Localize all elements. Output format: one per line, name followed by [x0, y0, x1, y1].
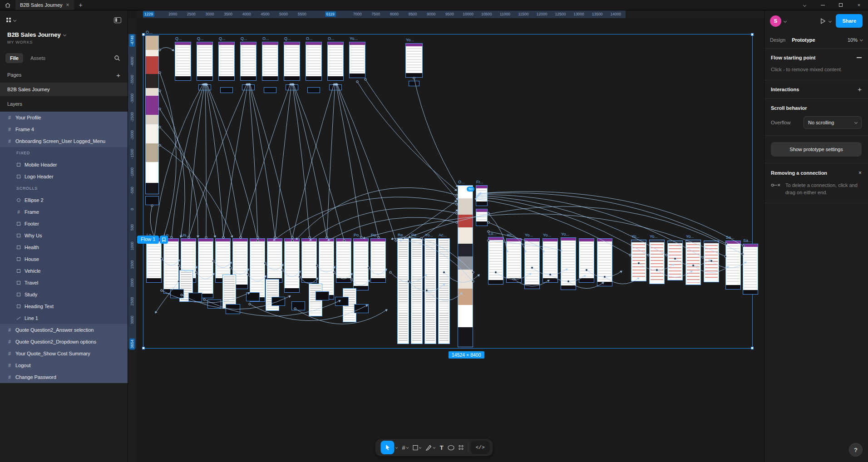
canvas-frame[interactable]: [264, 87, 276, 93]
pen-tool[interactable]: [424, 440, 438, 455]
canvas-frame[interactable]: Yo...: [686, 240, 701, 285]
layer-row[interactable]: #Frame 4: [0, 123, 128, 135]
canvas-frame[interactable]: [291, 301, 305, 310]
canvas-frame[interactable]: [242, 84, 255, 90]
canvas-frame[interactable]: Yo...: [405, 43, 423, 78]
tab-assets[interactable]: Assets: [26, 53, 50, 63]
home-icon[interactable]: [0, 0, 15, 10]
canvas-viewport[interactable]: O...Q...Q...Q...Q...O...Q...O...O...Yo..…: [136, 18, 764, 462]
move-tool[interactable]: [379, 440, 400, 455]
canvas-frame[interactable]: [301, 238, 317, 283]
canvas-frame[interactable]: Q...: [218, 42, 235, 81]
flow-name[interactable]: Flow 1: [137, 236, 159, 244]
canvas-frame[interactable]: [145, 196, 159, 205]
layer-row[interactable]: House: [0, 253, 128, 265]
canvas-frame[interactable]: Yo...: [424, 238, 436, 344]
window-maximize-button[interactable]: [832, 0, 850, 10]
canvas-frame[interactable]: [307, 87, 320, 93]
chevron-down-icon[interactable]: [395, 446, 398, 449]
canvas-frame[interactable]: [354, 304, 369, 313]
flow-bookmark-icon[interactable]: [160, 236, 168, 244]
tab-close-icon[interactable]: ×: [66, 2, 69, 8]
canvas-frame[interactable]: [597, 238, 612, 286]
canvas-frame[interactable]: [198, 238, 213, 298]
add-interaction-button[interactable]: +: [858, 87, 862, 92]
layer-row[interactable]: Footer: [0, 218, 128, 230]
vertical-ruler[interactable]: -4000-3500-3000-2500-2000-1500-1000-5000…: [128, 18, 136, 462]
layer-row[interactable]: Health: [0, 241, 128, 253]
search-icon[interactable]: [114, 55, 120, 61]
actions-tool[interactable]: [457, 440, 466, 455]
layer-row[interactable]: Line 1: [0, 312, 128, 324]
canvas-frame[interactable]: Re...: [397, 238, 409, 344]
canvas-frame[interactable]: [476, 209, 488, 226]
layer-row[interactable]: #Your Profile: [0, 112, 128, 123]
layer-row[interactable]: #Change Password: [0, 371, 128, 383]
layer-row[interactable]: #Frame: [0, 206, 128, 218]
layer-row[interactable]: #Onboarding Screen_User Logged_Menu: [0, 135, 128, 147]
help-button[interactable]: ?: [849, 443, 863, 457]
canvas-frame[interactable]: O...: [145, 35, 159, 194]
layer-row[interactable]: #Your Quote_Show Cost Summary: [0, 348, 128, 359]
canvas-frame[interactable]: [170, 289, 184, 298]
chevron-down-icon[interactable]: [419, 446, 422, 449]
canvas-frame[interactable]: O...: [306, 42, 322, 81]
remove-flow-button[interactable]: [857, 57, 862, 58]
project-title[interactable]: B2B Sales Journey: [7, 31, 61, 38]
zoom-control[interactable]: 10%: [848, 37, 863, 43]
flow-badge[interactable]: Flow 1: [137, 236, 168, 244]
new-tab-button[interactable]: +: [74, 0, 88, 10]
window-minimize-button[interactable]: [814, 0, 832, 10]
canvas-frame[interactable]: [409, 81, 419, 86]
canvas-frame[interactable]: [271, 297, 285, 306]
canvas-frame[interactable]: Yo...: [349, 42, 365, 78]
chevron-down-icon[interactable]: [433, 446, 436, 449]
canvas-frame[interactable]: [246, 292, 260, 301]
window-menu-chevron-icon[interactable]: [795, 0, 814, 10]
overflow-select[interactable]: No scrolling: [804, 116, 862, 129]
canvas-frame[interactable]: [704, 241, 719, 282]
canvas-frame[interactable]: [329, 84, 342, 90]
canvas-frame[interactable]: Sa...: [725, 241, 741, 290]
canvas-frame[interactable]: O...: [327, 42, 344, 81]
layer-row[interactable]: Why Us: [0, 230, 128, 241]
canvas-frame[interactable]: Po...: [370, 238, 386, 283]
tab-file[interactable]: File: [5, 53, 23, 63]
text-tool[interactable]: T: [438, 440, 446, 455]
canvas-frame[interactable]: [284, 238, 300, 293]
canvas-frame[interactable]: Q...: [175, 42, 191, 81]
window-close-button[interactable]: ×: [850, 0, 868, 10]
canvas-frame[interactable]: Ac...: [438, 238, 450, 344]
tab-design[interactable]: Design: [770, 37, 785, 43]
sidebar-toggle-icon[interactable]: [114, 17, 121, 23]
layer-row[interactable]: Heading Text: [0, 300, 128, 312]
layer-row[interactable]: Mobile Header: [0, 159, 128, 171]
canvas-frame[interactable]: [207, 300, 221, 309]
canvas-area[interactable]: 2000250030003500400045005000550070007500…: [128, 10, 764, 462]
chevron-down-icon[interactable]: [406, 446, 409, 449]
canvas-frame[interactable]: [226, 304, 240, 314]
page-item[interactable]: B2B Sales Journey: [0, 83, 128, 96]
canvas-frame[interactable]: [266, 279, 279, 311]
canvas-frame[interactable]: Fr...: [476, 185, 488, 206]
file-tab[interactable]: B2B Sales Journey ×: [15, 0, 74, 10]
canvas-frame[interactable]: [316, 291, 329, 300]
canvas-frame[interactable]: Sa...: [743, 244, 758, 295]
layer-row[interactable]: Ellipse 2: [0, 194, 128, 206]
canvas-frame[interactable]: Q...: [240, 42, 256, 81]
layer-row[interactable]: Travel: [0, 277, 128, 289]
canvas-frame[interactable]: [579, 238, 594, 283]
canvas-frame[interactable]: [222, 275, 236, 309]
canvas-frame[interactable]: [667, 241, 683, 280]
canvas-frame[interactable]: Lo...: [163, 238, 179, 294]
canvas-frame[interactable]: Yo...: [506, 238, 522, 283]
canvas-frame[interactable]: Yo...: [542, 238, 558, 283]
canvas-frame[interactable]: Pa...: [411, 238, 423, 344]
canvas-frame[interactable]: [198, 84, 211, 90]
canvas-frame[interactable]: [286, 84, 298, 90]
canvas-frame[interactable]: Yo...: [631, 240, 646, 281]
canvas-frame[interactable]: [267, 238, 282, 283]
layer-row[interactable]: #Logout: [0, 359, 128, 371]
layer-row[interactable]: Vehicle: [0, 265, 128, 277]
canvas-frame[interactable]: Po...: [353, 238, 369, 290]
